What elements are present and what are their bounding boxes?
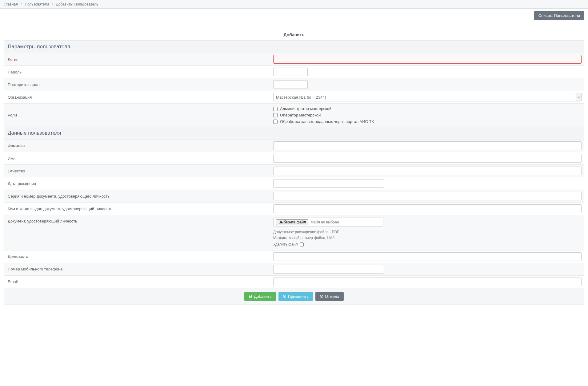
- organization-select[interactable]: Мастерская №1 (id = 2344): [273, 93, 582, 101]
- firstname-input[interactable]: [273, 154, 582, 163]
- organization-selected-value: Мастерская №1 (id = 2344): [276, 95, 326, 100]
- label-email: Email: [4, 277, 271, 287]
- role-admin-label: Администратор мастерской: [280, 106, 331, 111]
- breadcrumb-users[interactable]: Пользователи: [25, 2, 49, 6]
- password-input[interactable]: [273, 68, 308, 76]
- add-button[interactable]: Добавить: [244, 292, 276, 301]
- breadcrumb-home[interactable]: Главная: [4, 2, 18, 6]
- section-user-params-header: Параметры пользователя: [4, 40, 584, 53]
- form-footer: Добавить Применить Отмена: [4, 288, 584, 305]
- breadcrumb-separator: /: [21, 2, 22, 6]
- chevron-down-icon: [576, 93, 581, 101]
- file-status-text: Файл не выбран: [311, 220, 339, 224]
- doc-series-input[interactable]: [273, 192, 582, 200]
- label-roles: Роли: [4, 110, 271, 120]
- choose-file-button[interactable]: Выберите файл: [276, 219, 308, 225]
- role-portal-checkbox[interactable]: [273, 120, 278, 124]
- file-hint-size: Максимальный размер файла 1 Мб: [273, 235, 582, 241]
- label-lastname: Фамилия: [4, 141, 271, 151]
- breadcrumb: Главная / Пользователи / Добавить: Польз…: [0, 0, 588, 9]
- position-input[interactable]: [273, 252, 582, 261]
- label-repeat-password: Повторить пароль: [4, 80, 271, 90]
- role-admin-checkbox[interactable]: [273, 107, 278, 111]
- repeat-password-input[interactable]: [273, 80, 308, 89]
- add-button-label: Добавить: [254, 294, 271, 299]
- label-position: Должность: [4, 251, 271, 262]
- cancel-icon: [320, 294, 323, 298]
- label-doc-issued: Кем и когда выдан документ, удостоверяющ…: [4, 204, 271, 214]
- label-login: Логин: [4, 54, 271, 65]
- breadcrumb-separator: /: [52, 2, 53, 6]
- mobile-input[interactable]: [273, 265, 384, 274]
- check-circle-icon: [283, 294, 286, 298]
- apply-button[interactable]: Применить: [278, 292, 313, 301]
- label-mobile: Номер мобильного телефона: [4, 264, 271, 274]
- cancel-button-label: Отмена: [325, 294, 339, 299]
- save-icon: [249, 294, 252, 298]
- file-input-wrapper: Выберите файл Файл не выбран: [273, 218, 383, 227]
- label-doc-file: Документ, удостоверяющий личность: [4, 215, 271, 226]
- lastname-input[interactable]: [273, 141, 582, 150]
- label-firstname: Имя: [4, 153, 271, 163]
- list-users-button[interactable]: Список: Пользователи: [534, 11, 584, 20]
- label-middlename: Отчество: [4, 166, 271, 176]
- label-organization: Организация: [4, 92, 271, 102]
- role-portal-label: Обработка заявок поданных через портал А…: [280, 119, 374, 124]
- top-actions: Список: Пользователи: [4, 11, 584, 20]
- email-input[interactable]: [273, 278, 582, 286]
- login-input[interactable]: [273, 55, 582, 64]
- apply-button-label: Применить: [288, 294, 309, 299]
- role-operator-label: Оператор мастерской: [280, 113, 321, 117]
- label-birthdate: Дата рождения: [4, 179, 271, 189]
- file-hint-extension: Допустимое расширение файла - PDF: [273, 229, 582, 235]
- breadcrumb-current: Добавить: Пользователь: [56, 2, 98, 6]
- label-doc-series: Серия и номер документа, удостоверяющего…: [4, 191, 271, 201]
- birthdate-input[interactable]: [273, 179, 384, 188]
- label-password: Пароль: [4, 67, 271, 77]
- middlename-input[interactable]: [273, 167, 582, 175]
- delete-file-checkbox[interactable]: [300, 242, 304, 246]
- section-user-data-header: Данные пользователя: [4, 127, 584, 140]
- cancel-button[interactable]: Отмена: [315, 292, 344, 301]
- page-title: Добавить: [4, 32, 584, 37]
- role-operator-checkbox[interactable]: [273, 113, 278, 117]
- doc-issued-input[interactable]: [273, 204, 582, 213]
- delete-file-label: Удалить файл: [273, 242, 298, 247]
